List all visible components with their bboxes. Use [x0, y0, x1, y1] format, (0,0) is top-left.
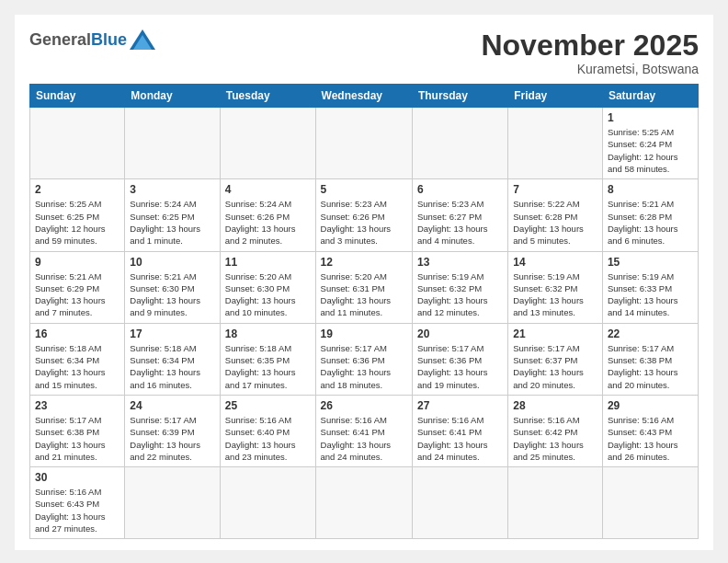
day-number: 5: [321, 183, 407, 196]
calendar-cell: 22Sunrise: 5:17 AM Sunset: 6:38 PM Dayli…: [602, 323, 698, 395]
day-info: Sunrise: 5:16 AM Sunset: 6:43 PM Dayligh…: [608, 414, 693, 463]
week-row-6: 30Sunrise: 5:16 AM Sunset: 6:43 PM Dayli…: [30, 467, 699, 539]
day-info: Sunrise: 5:16 AM Sunset: 6:42 PM Dayligh…: [513, 414, 597, 463]
day-number: 28: [513, 399, 597, 412]
day-info: Sunrise: 5:21 AM Sunset: 6:29 PM Dayligh…: [35, 270, 119, 319]
page: General Blue November 2025 Kurametsi, Bo…: [15, 15, 713, 550]
day-number: 15: [608, 256, 693, 269]
calendar-cell: 15Sunrise: 5:19 AM Sunset: 6:33 PM Dayli…: [602, 251, 698, 323]
calendar-cell: 9Sunrise: 5:21 AM Sunset: 6:29 PM Daylig…: [30, 251, 125, 323]
day-info: Sunrise: 5:25 AM Sunset: 6:25 PM Dayligh…: [35, 198, 119, 247]
calendar-cell: 13Sunrise: 5:19 AM Sunset: 6:32 PM Dayli…: [412, 251, 507, 323]
day-info: Sunrise: 5:20 AM Sunset: 6:31 PM Dayligh…: [321, 270, 407, 319]
day-number: 21: [513, 327, 597, 340]
calendar-cell: 18Sunrise: 5:18 AM Sunset: 6:35 PM Dayli…: [220, 323, 315, 395]
calendar-cell: 28Sunrise: 5:16 AM Sunset: 6:42 PM Dayli…: [508, 395, 603, 466]
day-number: 10: [130, 256, 215, 269]
day-info: Sunrise: 5:25 AM Sunset: 6:24 PM Dayligh…: [608, 126, 693, 175]
day-info: Sunrise: 5:17 AM Sunset: 6:38 PM Dayligh…: [608, 342, 693, 391]
logo: General Blue: [29, 29, 155, 50]
calendar-cell: 25Sunrise: 5:16 AM Sunset: 6:40 PM Dayli…: [220, 395, 315, 466]
day-number: 16: [35, 327, 119, 340]
calendar-cell: 5Sunrise: 5:23 AM Sunset: 6:26 PM Daylig…: [315, 179, 412, 251]
calendar-cell: 7Sunrise: 5:22 AM Sunset: 6:28 PM Daylig…: [508, 179, 603, 251]
week-row-5: 23Sunrise: 5:17 AM Sunset: 6:38 PM Dayli…: [30, 395, 699, 466]
day-info: Sunrise: 5:16 AM Sunset: 6:41 PM Dayligh…: [417, 414, 503, 463]
calendar-cell: 8Sunrise: 5:21 AM Sunset: 6:28 PM Daylig…: [602, 179, 698, 251]
calendar-cell: 3Sunrise: 5:24 AM Sunset: 6:25 PM Daylig…: [125, 179, 221, 251]
calendar-cell: [30, 108, 125, 179]
month-title: November 2025: [481, 29, 699, 62]
logo-blue-text: Blue: [91, 30, 127, 50]
calendar-cell: 23Sunrise: 5:17 AM Sunset: 6:38 PM Dayli…: [30, 395, 125, 466]
day-info: Sunrise: 5:16 AM Sunset: 6:40 PM Dayligh…: [225, 414, 311, 463]
calendar-cell: 20Sunrise: 5:17 AM Sunset: 6:36 PM Dayli…: [412, 323, 507, 395]
calendar-cell: [412, 467, 507, 539]
calendar-cell: 19Sunrise: 5:17 AM Sunset: 6:36 PM Dayli…: [315, 323, 412, 395]
day-number: 17: [130, 327, 215, 340]
day-number: 27: [417, 399, 503, 412]
day-info: Sunrise: 5:24 AM Sunset: 6:26 PM Dayligh…: [225, 198, 311, 247]
day-number: 8: [608, 183, 693, 196]
calendar-cell: 17Sunrise: 5:18 AM Sunset: 6:34 PM Dayli…: [125, 323, 221, 395]
calendar-cell: [220, 108, 315, 179]
calendar-cell: 21Sunrise: 5:17 AM Sunset: 6:37 PM Dayli…: [508, 323, 603, 395]
week-row-4: 16Sunrise: 5:18 AM Sunset: 6:34 PM Dayli…: [30, 323, 699, 395]
calendar-cell: 27Sunrise: 5:16 AM Sunset: 6:41 PM Dayli…: [412, 395, 507, 466]
day-number: 6: [417, 183, 503, 196]
day-info: Sunrise: 5:17 AM Sunset: 6:36 PM Dayligh…: [321, 342, 407, 391]
day-info: Sunrise: 5:20 AM Sunset: 6:30 PM Dayligh…: [225, 270, 311, 319]
calendar-cell: [315, 108, 412, 179]
title-block: November 2025 Kurametsi, Botswana: [481, 29, 699, 76]
week-row-1: 1Sunrise: 5:25 AM Sunset: 6:24 PM Daylig…: [30, 108, 699, 179]
day-number: 2: [35, 183, 119, 196]
calendar-cell: [315, 467, 412, 539]
day-number: 25: [225, 399, 311, 412]
day-info: Sunrise: 5:17 AM Sunset: 6:36 PM Dayligh…: [417, 342, 503, 391]
calendar-cell: 4Sunrise: 5:24 AM Sunset: 6:26 PM Daylig…: [220, 179, 315, 251]
calendar-cell: 24Sunrise: 5:17 AM Sunset: 6:39 PM Dayli…: [125, 395, 221, 466]
header: General Blue November 2025 Kurametsi, Bo…: [29, 29, 699, 76]
week-row-2: 2Sunrise: 5:25 AM Sunset: 6:25 PM Daylig…: [30, 179, 699, 251]
day-info: Sunrise: 5:23 AM Sunset: 6:26 PM Dayligh…: [321, 198, 407, 247]
day-info: Sunrise: 5:17 AM Sunset: 6:38 PM Dayligh…: [35, 414, 119, 463]
calendar-table: SundayMondayTuesdayWednesdayThursdayFrid…: [29, 84, 699, 539]
day-info: Sunrise: 5:21 AM Sunset: 6:28 PM Dayligh…: [608, 198, 693, 247]
calendar-cell: [602, 467, 698, 539]
day-info: Sunrise: 5:19 AM Sunset: 6:32 PM Dayligh…: [513, 270, 597, 319]
calendar-cell: [125, 108, 221, 179]
day-number: 20: [417, 327, 503, 340]
day-info: Sunrise: 5:19 AM Sunset: 6:33 PM Dayligh…: [608, 270, 693, 319]
day-number: 18: [225, 327, 311, 340]
weekday-header-thursday: Thursday: [412, 85, 507, 108]
day-number: 12: [321, 256, 407, 269]
day-info: Sunrise: 5:17 AM Sunset: 6:39 PM Dayligh…: [130, 414, 215, 463]
day-number: 9: [35, 256, 119, 269]
day-number: 29: [608, 399, 693, 412]
day-info: Sunrise: 5:24 AM Sunset: 6:25 PM Dayligh…: [130, 198, 215, 247]
day-info: Sunrise: 5:16 AM Sunset: 6:43 PM Dayligh…: [35, 486, 119, 534]
day-info: Sunrise: 5:18 AM Sunset: 6:35 PM Dayligh…: [225, 342, 311, 391]
weekday-header-sunday: Sunday: [30, 85, 125, 108]
day-info: Sunrise: 5:22 AM Sunset: 6:28 PM Dayligh…: [513, 198, 597, 247]
day-number: 7: [513, 183, 597, 196]
calendar-cell: 11Sunrise: 5:20 AM Sunset: 6:30 PM Dayli…: [220, 251, 315, 323]
weekday-header-wednesday: Wednesday: [315, 85, 412, 108]
calendar-cell: 26Sunrise: 5:16 AM Sunset: 6:41 PM Dayli…: [315, 395, 412, 466]
calendar-cell: [508, 467, 603, 539]
day-number: 11: [225, 256, 311, 269]
calendar-cell: 30Sunrise: 5:16 AM Sunset: 6:43 PM Dayli…: [30, 467, 125, 539]
day-number: 3: [130, 183, 215, 196]
calendar-cell: [508, 108, 603, 179]
weekday-header-row: SundayMondayTuesdayWednesdayThursdayFrid…: [30, 85, 699, 108]
day-number: 26: [321, 399, 407, 412]
calendar-cell: 1Sunrise: 5:25 AM Sunset: 6:24 PM Daylig…: [602, 108, 698, 179]
calendar-cell: 12Sunrise: 5:20 AM Sunset: 6:31 PM Dayli…: [315, 251, 412, 323]
day-info: Sunrise: 5:16 AM Sunset: 6:41 PM Dayligh…: [321, 414, 407, 463]
day-number: 1: [608, 111, 693, 124]
day-info: Sunrise: 5:18 AM Sunset: 6:34 PM Dayligh…: [35, 342, 119, 391]
logo-icon: [130, 29, 155, 50]
day-info: Sunrise: 5:21 AM Sunset: 6:30 PM Dayligh…: [130, 270, 215, 319]
day-info: Sunrise: 5:23 AM Sunset: 6:27 PM Dayligh…: [417, 198, 503, 247]
logo-general-text: General: [29, 30, 91, 50]
